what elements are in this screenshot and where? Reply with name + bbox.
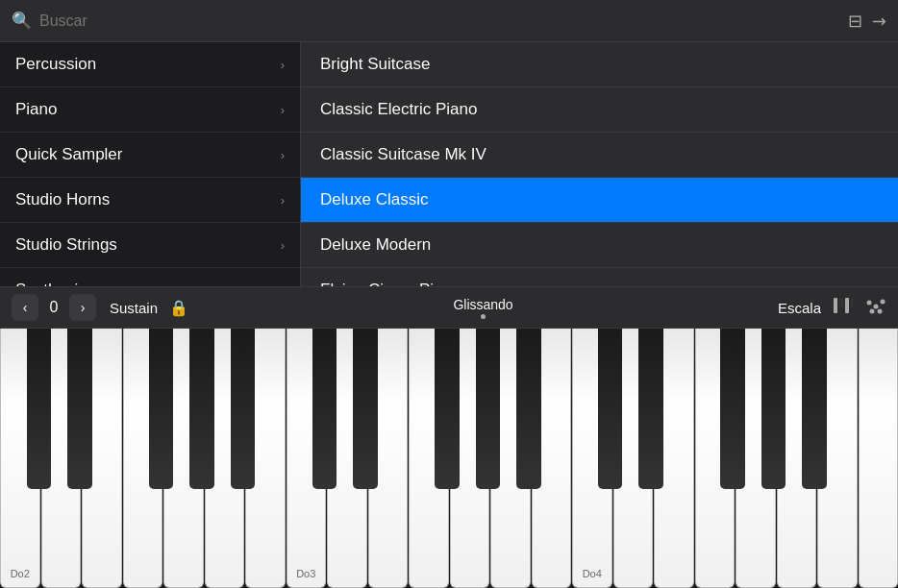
glissando-control: Glissando [188, 297, 778, 319]
category-item-studio-horns[interactable]: Studio Horns › [0, 178, 300, 223]
octave-value: 0 [44, 299, 63, 316]
octave-down-button[interactable]: ‹ [12, 294, 38, 321]
black-key-0-2[interactable] [149, 329, 173, 489]
black-key-2-1[interactable] [638, 329, 662, 489]
glissando-dot [481, 314, 486, 319]
grid-view-button[interactable]: ⊟ [848, 12, 862, 30]
category-label-percussion: Percussion [15, 55, 96, 74]
search-bar-icons: ⊟ ↗ [848, 12, 886, 30]
svg-rect-0 [834, 298, 837, 313]
black-key-2-0[interactable] [598, 329, 622, 489]
svg-rect-1 [839, 298, 843, 307]
chevron-icon-percussion: › [281, 58, 285, 72]
black-key-1-2[interactable] [435, 329, 459, 489]
black-key-0-4[interactable] [231, 329, 255, 489]
category-item-percussion[interactable]: Percussion › [0, 42, 300, 87]
black-key-2-2[interactable] [720, 329, 744, 489]
submenu-item-classic-electric-piano[interactable]: Classic Electric Piano [301, 87, 898, 133]
lock-icon: 🔒 [169, 299, 188, 317]
category-label-quick-sampler: Quick Sampler [15, 145, 122, 164]
glissando-label: Glissando [453, 297, 512, 312]
piano-grid-button[interactable] [833, 297, 854, 318]
scatter-button[interactable] [865, 298, 886, 318]
octave-controls: ‹ 0 › Sustain 🔒 [12, 294, 188, 321]
black-key-1-4[interactable] [516, 329, 540, 489]
black-key-0-0[interactable] [27, 329, 51, 489]
submenu-item-classic-suitcase-mk-iv[interactable]: Classic Suitcase Mk IV [301, 133, 898, 178]
search-input[interactable] [39, 12, 840, 30]
black-key-1-3[interactable] [476, 329, 500, 489]
submenu-item-deluxe-modern[interactable]: Deluxe Modern [301, 223, 898, 268]
svg-point-4 [867, 300, 872, 305]
chevron-icon-quick-sampler: › [281, 148, 285, 162]
submenu-item-bright-suitcase[interactable]: Bright Suitcase [301, 42, 898, 87]
piano-controls-bar: ‹ 0 › Sustain 🔒 Glissando Escala [0, 286, 898, 329]
octave-up-button[interactable]: › [69, 294, 96, 321]
search-icon: 🔍 [12, 11, 32, 31]
escala-label: Escala [778, 300, 821, 316]
expand-button[interactable]: ↗ [868, 10, 890, 32]
chevron-icon-studio-horns: › [281, 193, 285, 208]
chevron-icon-piano: › [281, 103, 285, 117]
key-label-do3: Do3 [296, 568, 315, 579]
key-label-do4: Do4 [583, 568, 602, 579]
svg-rect-2 [845, 298, 849, 313]
black-key-1-1[interactable] [353, 329, 377, 489]
category-label-studio-strings: Studio Strings [15, 235, 117, 255]
black-key-2-4[interactable] [802, 329, 826, 489]
key-label-do2: Do2 [11, 568, 30, 579]
svg-point-5 [874, 304, 879, 308]
svg-rect-3 [851, 298, 853, 307]
category-item-studio-strings[interactable]: Studio Strings › [0, 223, 300, 268]
category-label-piano: Piano [15, 100, 57, 119]
search-bar: 🔍 ⊟ ↗ [0, 0, 898, 42]
category-item-piano[interactable]: Piano › [0, 87, 300, 133]
black-key-0-3[interactable] [189, 329, 213, 489]
chevron-icon-studio-strings: › [281, 238, 285, 253]
keys-container: Do2 Do3 Do4 [0, 329, 898, 588]
piano-keyboard: Do2 Do3 Do4 [0, 329, 898, 588]
right-controls: Escala [778, 297, 886, 318]
category-label-studio-horns: Studio Horns [15, 190, 110, 209]
sustain-label: Sustain [110, 300, 158, 316]
svg-point-6 [881, 299, 886, 304]
submenu-item-deluxe-classic[interactable]: Deluxe Classic [301, 178, 898, 223]
svg-point-7 [870, 308, 875, 313]
key-do5[interactable] [859, 329, 899, 588]
black-key-2-3[interactable] [761, 329, 786, 489]
svg-point-8 [878, 308, 883, 313]
category-item-quick-sampler[interactable]: Quick Sampler › [0, 133, 300, 178]
black-key-1-0[interactable] [312, 329, 337, 489]
black-key-0-1[interactable] [67, 329, 91, 489]
